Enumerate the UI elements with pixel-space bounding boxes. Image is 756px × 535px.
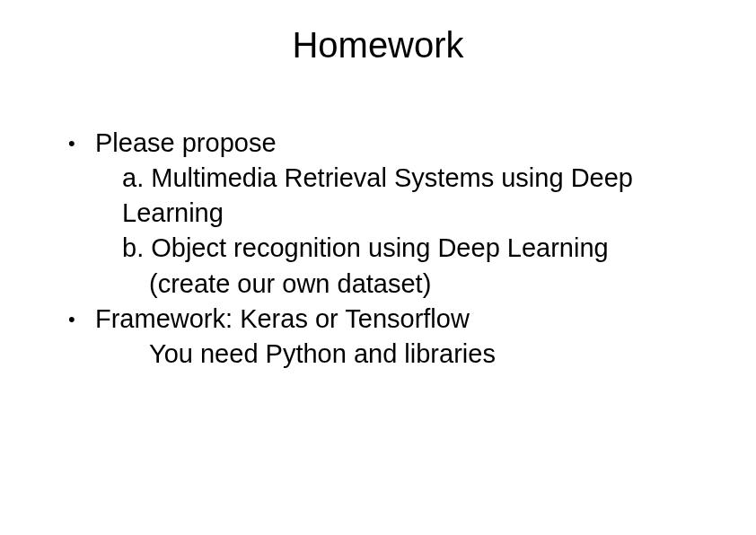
slide: Homework • Please propose a. Multimedia …	[0, 0, 756, 535]
slide-body: • Please propose a. Multimedia Retrieval…	[63, 126, 702, 372]
bullet-item: • Framework: Keras or Tensorflow You nee…	[63, 302, 702, 372]
bullet-marker-icon: •	[63, 126, 95, 161]
bullet-lead: Please propose	[95, 126, 702, 161]
bullet-lead: Framework: Keras or Tensorflow	[95, 302, 702, 337]
bullet-content: Framework: Keras or Tensorflow You need …	[95, 302, 702, 372]
slide-title: Homework	[0, 25, 756, 66]
bullet-content: Please propose a. Multimedia Retrieval S…	[95, 126, 702, 302]
bullet-marker-icon: •	[63, 302, 95, 337]
bullet-line: a. Multimedia Retrieval Systems using De…	[95, 161, 702, 231]
bullet-line: You need Python and libraries	[95, 337, 702, 372]
bullet-line: (create our own dataset)	[95, 267, 702, 302]
bullet-item: • Please propose a. Multimedia Retrieval…	[63, 126, 702, 302]
bullet-line: b. Object recognition using Deep Learnin…	[95, 231, 702, 266]
